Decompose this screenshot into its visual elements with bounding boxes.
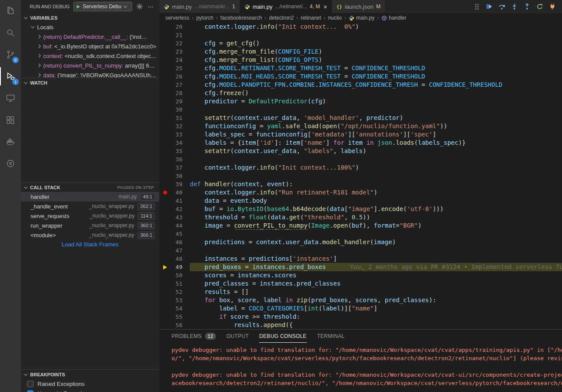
variable-row[interactable]: buf: <_io.BytesIO object at 0x7f5a2dc1ec… <box>21 42 159 51</box>
variable-row[interactable]: (return) convert_PIL_to_numpy: array([[[… <box>21 61 159 71</box>
code-line-34[interactable]: 34 labels = {item['id']: item['name'] fo… <box>159 139 562 147</box>
breakpoint-row[interactable]: Raised Exceptions <box>21 379 159 389</box>
stack-frame[interactable]: handlermain.py49:1 <box>21 192 159 201</box>
stack-frame[interactable]: serve_requests_nuclio_wrapper.py114:1 <box>21 211 159 221</box>
code-line-28[interactable]: 28 cfg.freeze() <box>159 89 562 97</box>
editor-gutter[interactable]: 50 <box>159 271 190 280</box>
code-line-33[interactable]: 33 labels_spec = functionconfig['metadat… <box>159 130 562 139</box>
code-line-45[interactable]: 45 <box>159 230 562 238</box>
continue-button[interactable] <box>485 2 493 11</box>
editor-gutter[interactable]: 25 <box>159 64 190 72</box>
editor-gutter[interactable]: 35 <box>159 147 190 155</box>
editor-gutter[interactable]: 34 <box>159 139 190 147</box>
editor-tab-launch-json[interactable]: {}launch.jsonM <box>332 0 385 13</box>
editor-gutter[interactable]: 41 <box>159 197 190 205</box>
editor-gutter[interactable]: 31 <box>159 114 190 122</box>
checkbox[interactable]: ✓ <box>27 390 34 392</box>
variable-row[interactable]: data: {'image': 'iVBORw0KGgoAAAANSUhE… <box>21 71 159 78</box>
breadcrumb-item-detectron2[interactable]: detectron2 <box>269 15 294 21</box>
code-line-46[interactable]: 46 predictions = context.user_data.model… <box>159 238 562 246</box>
activitybar-item-search[interactable] <box>0 22 21 44</box>
editor-gutter[interactable]: 49 <box>159 263 190 271</box>
activitybar-item-source-control[interactable]: 8 <box>0 44 21 65</box>
code-line-29[interactable]: 29 predictor = DefaultPredictor(cfg) <box>159 97 562 106</box>
code-line-47[interactable]: 47 <box>159 246 562 255</box>
code-line-30[interactable]: 30 <box>159 106 562 114</box>
code-line-54[interactable]: 54 label = COCO_CATEGORIES[int(label)]["… <box>159 304 562 313</box>
restart-button[interactable] <box>535 2 544 11</box>
editor-gutter[interactable]: 45 <box>159 230 190 238</box>
start-debugging-icon[interactable]: ▶ <box>77 4 80 9</box>
panel-tab-terminal[interactable]: TERMINAL <box>317 330 345 343</box>
editor-gutter[interactable]: 22 <box>159 39 190 48</box>
editor-gutter[interactable]: 55 <box>159 313 190 321</box>
code-line-26[interactable]: 26 cfg.MODEL.ROI_HEADS.SCORE_THRESH_TEST… <box>159 72 562 81</box>
variables-scope-locals[interactable]: Locals <box>21 23 159 32</box>
editor-gutter[interactable]: 51 <box>159 280 190 288</box>
code-line-52[interactable]: 52 results = [] <box>159 288 562 296</box>
code-line-22[interactable]: 22 cfg = get_cfg() <box>159 39 562 48</box>
breadcrumb-item-pytorch[interactable]: pytorch <box>196 15 213 21</box>
activitybar-item-resource-monitor[interactable] <box>0 153 21 174</box>
editor-gutter[interactable]: 54 <box>159 304 190 313</box>
code-line-21[interactable]: 21 <box>159 31 562 39</box>
step-into-button[interactable] <box>510 2 519 11</box>
breadcrumb-item-serverless[interactable]: serverless <box>165 15 189 21</box>
code-line-37[interactable]: 37 context.logger.info("Init context...1… <box>159 164 562 172</box>
code-line-32[interactable]: 32 functionconfig = yaml.safe_load(open(… <box>159 122 562 130</box>
code-line-51[interactable]: 51 pred_classes = instances.pred_classes <box>159 280 562 288</box>
code-line-27[interactable]: 27 cfg.MODEL.PANOPTIC_FPN.COMBINE.INSTAN… <box>159 81 562 89</box>
editor-gutter[interactable]: 52 <box>159 288 190 296</box>
breadcrumb-item-handler[interactable]: handler <box>381 15 406 21</box>
code-line-23[interactable]: 23 cfg.merge_from_file(CONFIG_FILE) <box>159 48 562 56</box>
launch-config-dropdown[interactable]: ▶ Serverless Debu <box>73 2 132 11</box>
breakpoint-row[interactable]: ✓Uncaught Exceptions <box>21 389 159 392</box>
call-stack-section-header[interactable]: CALL STACK PAUSED ON STEP <box>21 182 159 192</box>
editor-gutter[interactable]: 43 <box>159 213 190 222</box>
breadcrumb-item-nuclio[interactable]: nuclio <box>328 15 342 21</box>
code-line-39[interactable]: 39def handler(context, event): <box>159 180 562 188</box>
breadcrumb-item-retinanet[interactable]: retinanet <box>301 15 321 21</box>
code-line-42[interactable]: 42 buf = io.BytesIO(base64.b64decode(dat… <box>159 205 562 213</box>
variable-row[interactable]: (return) DefaultPredictor.__call__: {'in… <box>21 32 159 42</box>
code-line-44[interactable]: 44 image = convert_PIL_to_numpy(Image.op… <box>159 222 562 230</box>
activitybar-item-extensions[interactable] <box>0 109 21 131</box>
editor-gutter[interactable]: 27 <box>159 81 190 89</box>
editor-gutter[interactable]: 36 <box>159 155 190 164</box>
stack-frame[interactable]: <module>_nuclio_wrapper.py366:1 <box>21 230 159 240</box>
editor-gutter[interactable]: 20 <box>159 23 190 31</box>
code-line-40[interactable]: 40 context.logger.info("Run retinanet-R1… <box>159 188 562 197</box>
code-line-50[interactable]: 50 scores = instances.scores <box>159 271 562 280</box>
panel-tab-problems[interactable]: PROBLEMS12 <box>171 330 216 343</box>
editor-gutter[interactable]: 40 <box>159 188 190 197</box>
code-editor[interactable]: 20 context.logger.info("Init context... … <box>159 23 562 329</box>
stack-frame[interactable]: _handle_event_nuclio_wrapper.py262:1 <box>21 201 159 211</box>
editor-gutter[interactable]: 33 <box>159 130 190 139</box>
editor-gutter[interactable]: 53 <box>159 296 190 304</box>
panel-tab-debug-console[interactable]: DEBUG CONSOLE <box>259 330 307 343</box>
code-line-36[interactable]: 36 <box>159 155 562 164</box>
editor-gutter[interactable]: 44 <box>159 222 190 230</box>
editor-tab-main-py[interactable]: main.py.../siammask/...1 <box>159 0 240 13</box>
code-line-41[interactable]: 41 data = event.body <box>159 197 562 205</box>
breadcrumb-item-main-py[interactable]: main.py <box>349 15 374 21</box>
editor-gutter[interactable]: 46 <box>159 238 190 246</box>
checkbox[interactable] <box>27 381 34 387</box>
editor-gutter[interactable]: 47 <box>159 246 190 255</box>
editor-gutter[interactable]: 29 <box>159 97 190 106</box>
code-line-49[interactable]: 49 pred_boxes = instances.pred_boxesYou,… <box>159 263 562 271</box>
panel-tab-output[interactable]: OUTPUT <box>226 330 249 343</box>
step-over-button[interactable] <box>497 2 506 11</box>
editor-gutter[interactable]: 39 <box>159 180 190 188</box>
breadcrumb-item-facebookresearch[interactable]: facebookresearch <box>220 15 262 21</box>
activitybar-item-run-and-debug[interactable]: 1 <box>0 65 21 87</box>
editor-gutter[interactable]: 30 <box>159 106 190 114</box>
editor-gutter[interactable]: 56 <box>159 321 190 329</box>
code-line-48[interactable]: 48 instances = predictions['instances'] <box>159 255 562 263</box>
editor-gutter[interactable]: 21 <box>159 31 190 39</box>
toolbar-drag-grip[interactable] <box>475 1 481 12</box>
editor-gutter[interactable]: 32 <box>159 122 190 130</box>
step-out-button[interactable] <box>523 2 531 11</box>
code-line-56[interactable]: 56 results.append({ <box>159 321 562 329</box>
code-line-53[interactable]: 53 for box, score, label in zip(pred_box… <box>159 296 562 304</box>
